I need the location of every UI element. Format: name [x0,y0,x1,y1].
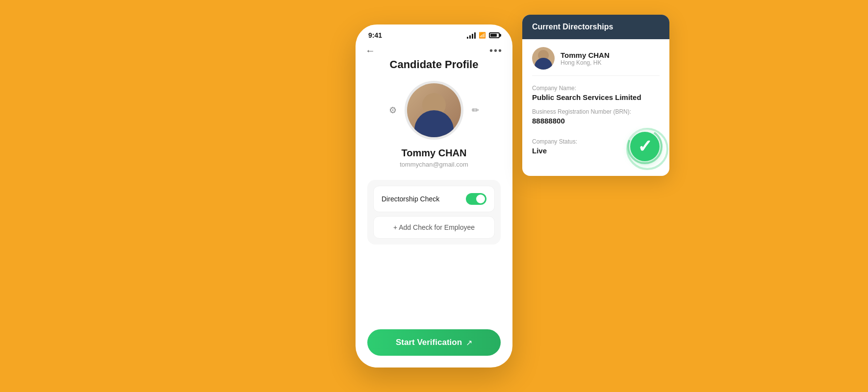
add-check-row[interactable]: + Add Check for Employee [373,216,495,239]
start-verification-button[interactable]: Start Verification ↗ [367,329,501,356]
card-person-row: Tommy CHAN Hong Kong, HK [532,47,660,76]
company-name-label: Company Name: [532,85,660,92]
signal-icon [467,32,476,39]
status-time: 9:41 [368,31,382,39]
settings-button[interactable]: ⚙ [385,102,401,118]
arrow-icon: ↗ [466,338,472,347]
status-field-inner: Company Status: Live [532,138,577,155]
brn-field: Business Registration Number (BRN): 8888… [532,108,660,125]
card-person-info: Tommy CHAN Hong Kong, HK [561,51,610,66]
avatar [405,81,463,140]
candidate-name: Tommy CHAN [402,147,467,159]
add-check-label: + Add Check for Employee [393,223,475,231]
gear-icon: ⚙ [389,105,397,116]
avatar-face-art [407,83,461,137]
card-person-name: Tommy CHAN [561,51,610,59]
company-name-field: Company Name: Public Search Services Lim… [532,85,660,101]
more-button[interactable]: ••• [489,45,503,56]
wifi-icon: 📶 [479,32,486,39]
company-name-value: Public Search Services Limited [532,93,660,101]
status-icons: 📶 [467,32,500,39]
checks-container: Directorship Check + Add Check for Emplo… [367,180,501,245]
badge-ring [626,128,664,165]
status-label: Company Status: [532,138,577,145]
candidate-email: tommychan@gmail.com [400,161,468,168]
start-verification-label: Start Verification [396,338,462,347]
status-field: Company Status: Live ✓ [532,132,660,161]
directorship-check-row[interactable]: Directorship Check [373,186,495,212]
check-badge-area: ✓ [630,132,660,161]
status-value: Live [532,147,577,155]
status-bar: 9:41 📶 [356,24,512,39]
directorship-toggle[interactable] [466,193,486,205]
battery-icon [489,32,500,38]
phone-content: Candidate Profile ⚙ ✏ Tommy CHAN tommych… [356,58,512,368]
card-avatar [532,47,555,70]
edit-icon: ✏ [472,105,479,116]
info-card-body: Tommy CHAN Hong Kong, HK Company Name: P… [522,39,669,176]
brn-value: 88888800 [532,117,660,125]
avatar-section: ⚙ ✏ [405,81,463,140]
brn-label: Business Registration Number (BRN): [532,108,660,115]
nav-bar: ← ••• [356,39,512,58]
directorship-check-label: Directorship Check [382,195,439,203]
back-button[interactable]: ← [365,45,375,56]
card-person-location: Hong Kong, HK [561,59,610,66]
info-card: Current Directorships Tommy CHAN Hong Ko… [522,15,669,176]
info-card-header: Current Directorships [522,15,669,39]
page-title: Candidate Profile [390,58,479,71]
phone-frame: 9:41 📶 ← ••• [356,24,512,368]
info-card-title: Current Directorships [532,23,613,31]
main-scene: 9:41 📶 ← ••• [213,15,655,377]
edit-button[interactable]: ✏ [467,102,483,118]
